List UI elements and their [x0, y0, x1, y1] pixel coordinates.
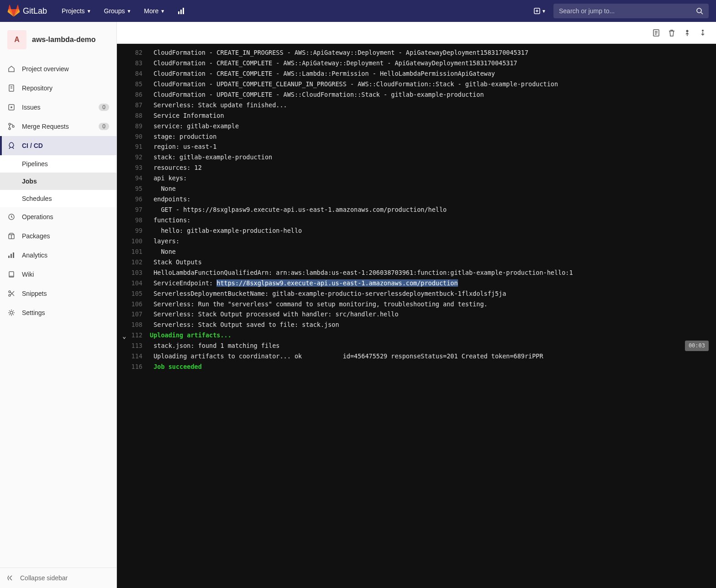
line-number: 88 — [124, 110, 150, 121]
console-line: 93 resources: 12 — [117, 163, 716, 173]
gear-icon — [7, 309, 16, 317]
console-line: 103 HelloLambdaFunctionQualifiedArn: arn… — [117, 268, 716, 278]
line-number: 112⌄ — [124, 330, 150, 341]
svg-point-9 — [9, 128, 11, 130]
line-number: 100 — [124, 236, 150, 247]
sidebar: A aws-lambda-demo Project overviewReposi… — [0, 22, 117, 588]
search-input[interactable] — [559, 7, 696, 15]
sidebar-item-label: Project overview — [22, 65, 109, 73]
line-text: HelloLambdaFunctionQualifiedArn: arn:aws… — [150, 268, 709, 278]
line-number: 90 — [124, 131, 150, 142]
line-number: 83 — [124, 58, 150, 68]
line-text: CloudFormation - UPDATE_COMPLETE - AWS::… — [150, 89, 709, 100]
line-text: CloudFormation - CREATE_COMPLETE - AWS::… — [150, 58, 709, 68]
line-number: 92 — [124, 152, 150, 163]
job-console[interactable]: 82 CloudFormation - CREATE_IN_PROGRESS -… — [117, 44, 716, 588]
sidebar-item-settings[interactable]: Settings — [0, 303, 116, 322]
collapse-sidebar-button[interactable]: Collapse sidebar — [0, 567, 116, 588]
line-text: Stack Outputs — [150, 257, 709, 268]
line-text: layers: — [150, 236, 709, 247]
submenu-item-jobs[interactable]: Jobs — [0, 173, 116, 190]
nav-activity[interactable] — [172, 4, 190, 18]
sidebar-item-analytics[interactable]: Analytics — [0, 246, 116, 265]
sidebar-item-packages[interactable]: Packages — [0, 226, 116, 246]
raw-log-button[interactable] — [652, 29, 660, 37]
sidebar-item-wiki[interactable]: Wiki — [0, 265, 116, 284]
plus-icon — [533, 7, 541, 15]
chevron-down-icon: ▼ — [160, 9, 165, 14]
svg-point-19 — [10, 311, 13, 314]
chevron-down-icon: ▼ — [542, 9, 546, 14]
scroll-top-button[interactable] — [683, 29, 691, 37]
sidebar-item-repository[interactable]: Repository — [0, 79, 116, 98]
project-header[interactable]: A aws-lambda-demo — [0, 22, 116, 58]
console-line: 116 Job succeeded — [117, 362, 716, 372]
console-line: 114 Uploading artifacts to coordinator..… — [117, 351, 716, 362]
submenu-item-pipelines[interactable]: Pipelines — [0, 155, 116, 173]
sidebar-item-operations[interactable]: Operations — [0, 207, 116, 226]
console-line: 82 CloudFormation - CREATE_IN_PROGRESS -… — [117, 47, 716, 58]
job-toolbar — [117, 22, 716, 44]
console-line: 112⌄Uploading artifacts... — [117, 330, 716, 341]
svg-point-8 — [9, 123, 11, 125]
console-line: 97 GET - https://8sxglpasw9.execute-api.… — [117, 205, 716, 215]
line-number: 85 — [124, 79, 150, 89]
svg-rect-0 — [178, 11, 179, 14]
erase-job-button[interactable] — [668, 29, 676, 37]
line-text: hello: gitlab-example-production-hello — [150, 226, 709, 236]
sidebar-item-label: CI / CD — [22, 142, 109, 149]
merge-icon — [7, 122, 16, 131]
top-nav: GitLab Projects▼ Groups▼ More▼ ▼ — [0, 0, 716, 22]
line-number: 113 — [124, 341, 150, 351]
line-number: 84 — [124, 68, 150, 79]
line-text: Job succeeded — [150, 362, 709, 372]
svg-point-4 — [697, 8, 701, 13]
sidebar-item-label: Operations — [22, 213, 109, 220]
console-line: 83 CloudFormation - CREATE_COMPLETE - AW… — [117, 58, 716, 68]
svg-rect-14 — [11, 254, 12, 258]
chevron-down-icon[interactable]: ⌄ — [122, 331, 126, 341]
console-line: 90 stage: production — [117, 131, 716, 142]
sidebar-item-issues[interactable]: Issues0 — [0, 98, 116, 117]
sidebar-item-snippets[interactable]: Snippets — [0, 284, 116, 303]
line-number: 93 — [124, 163, 150, 173]
home-icon — [7, 65, 16, 73]
nav-more[interactable]: More▼ — [138, 4, 170, 18]
line-number: 102 — [124, 257, 150, 268]
console-line: 91 region: us-east-1 — [117, 142, 716, 152]
svg-point-21 — [686, 30, 689, 32]
line-text: None — [150, 247, 709, 257]
line-number: 116 — [124, 362, 150, 372]
line-number: 87 — [124, 100, 150, 110]
gitlab-logo[interactable]: GitLab — [7, 5, 47, 17]
line-number: 105 — [124, 289, 150, 299]
console-line: 94 api keys: — [117, 173, 716, 184]
sidebar-item-project-overview[interactable]: Project overview — [0, 59, 116, 79]
line-text: CloudFormation - CREATE_IN_PROGRESS - AW… — [150, 47, 709, 58]
svg-rect-13 — [8, 256, 10, 258]
svg-point-22 — [702, 30, 704, 31]
svg-rect-15 — [13, 252, 14, 258]
line-text: Uploading artifacts to coordinator... ok… — [150, 351, 709, 362]
line-text: ServiceEndpoint: https://8sxglpasw9.exec… — [150, 278, 709, 289]
console-line: 104 ServiceEndpoint: https://8sxglpasw9.… — [117, 278, 716, 289]
line-text: None — [150, 184, 709, 194]
console-line: 105 ServerlessDeploymentBucketName: gitl… — [117, 289, 716, 299]
svg-rect-1 — [180, 10, 182, 14]
scroll-bottom-button[interactable] — [699, 29, 707, 37]
submenu-item-schedules[interactable]: Schedules — [0, 190, 116, 207]
sidebar-item-label: Wiki — [22, 271, 109, 278]
line-number: 91 — [124, 142, 150, 152]
nav-projects[interactable]: Projects▼ — [56, 4, 96, 18]
highlighted-text: https://8sxglpasw9.execute-api.us-east-1… — [216, 279, 458, 287]
sidebar-item-ci-cd[interactable]: CI / CD — [0, 136, 116, 155]
svg-rect-2 — [183, 8, 184, 14]
search-box[interactable] — [553, 4, 709, 18]
sidebar-item-merge-requests[interactable]: Merge Requests0 — [0, 117, 116, 136]
new-menu-button[interactable]: ▼ — [530, 5, 550, 17]
line-number: 99 — [124, 226, 150, 236]
line-text: Uploading artifacts... — [150, 330, 709, 341]
count-badge: 0 — [99, 123, 109, 130]
nav-groups[interactable]: Groups▼ — [99, 4, 137, 18]
sidebar-item-label: Merge Requests — [22, 123, 92, 130]
